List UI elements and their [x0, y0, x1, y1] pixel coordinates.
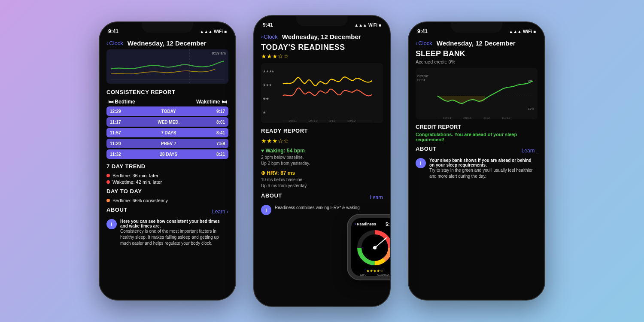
table-header-waketime: Waketime 🛏: [196, 99, 227, 105]
chart-date-1: 19/11: [289, 119, 297, 123]
trend-item-1: Waketime: 42 min. later: [106, 179, 228, 185]
trend-dot-1: [106, 180, 110, 184]
info-icon-2: i: [261, 205, 271, 215]
watch-stat-waking: WAKING 54 ▼2: [377, 274, 389, 276]
consistency-table-1: 🛏 Bedtime Waketime 🛏 12:29 TODAY 9:17 11…: [106, 99, 228, 159]
day-to-day-item-0: Bedtime: 66% consistency: [106, 198, 228, 203]
sleep-bank-chart: CREDIT DEBT 0% 12% 19/11 26: [416, 68, 538, 119]
battery-icon-1: ■: [224, 29, 227, 34]
watch-stat-hrv: HRV 87 ▼10: [360, 274, 367, 276]
row-center-2: 7 DAYS: [121, 131, 216, 135]
about-learn-2[interactable]: Learn: [370, 194, 383, 200]
chart-date-4: 10/12: [347, 119, 355, 123]
day-to-day-text-0: Bedtime: 66% consistency: [112, 198, 168, 203]
watch-screen: ‹ Readiness 5:20: [351, 218, 391, 276]
notch-1: [142, 22, 193, 33]
heart-icon: ♥: [261, 148, 265, 154]
trend-item-0: Bedtime: 36 min. later: [106, 173, 228, 178]
table-row-4: 11:32 28 DAYS 8:21: [106, 149, 228, 159]
about-learn-1[interactable]: Learn ›: [212, 209, 228, 215]
credit-report-section: CREDIT REPORT Congratulations. You are a…: [416, 124, 538, 142]
nav-title-3: Wednesday, 12 December: [437, 39, 516, 47]
watch-gauge-svg: [355, 228, 391, 267]
chart-date-2: 26/11: [309, 119, 317, 123]
watch: ‹ Readiness 5:20: [347, 214, 391, 280]
status-icons-1: ▲▲▲ WiFi ■: [200, 29, 227, 34]
table-row-1: 11:17 WED MED. 8:01: [106, 117, 228, 127]
screen-content-1: 9:59 am CONSISTENCY REPORT 🛏 Bedtime Wak…: [100, 49, 235, 296]
back-button-3[interactable]: ‹ Clock: [416, 40, 432, 46]
info-icon-3: i: [416, 158, 426, 168]
svg-text:12%: 12%: [528, 107, 535, 111]
about-text-1: Here you can see how consistent your bed…: [120, 219, 228, 246]
about-body-1: Consistency is one of the most important…: [120, 228, 228, 246]
row-right-0: 9:17: [216, 109, 225, 114]
svg-text:★★: ★★: [263, 97, 269, 101]
table-row-3: 11:20 PREV 7 7:59: [106, 139, 228, 148]
watch-gauge: [355, 228, 391, 267]
row-left-4: 11:32: [110, 152, 121, 157]
ready-item-title-1: ⊕ HRV: 87 ms: [261, 170, 383, 176]
svg-text:DEBT: DEBT: [417, 78, 425, 82]
signal-icon-3: ▲▲▲: [509, 29, 522, 34]
chart-svg-1: [106, 49, 228, 84]
svg-line-8: [375, 238, 386, 248]
credit-report-title: CREDIT REPORT: [416, 124, 538, 130]
ready-item-sub-1: 10 ms below baseline. Up 6 ms from yeste…: [261, 177, 383, 189]
battery-icon-2: ■: [379, 23, 381, 27]
ready-item-title-0: ♥ Waking: 54 bpm: [261, 148, 383, 154]
day-to-day-title-1: DAY TO DAY: [106, 188, 228, 194]
status-time-3: 9:41: [417, 28, 428, 34]
readiness-chart-svg: ★★★★ ★★★ ★★ ★: [261, 63, 383, 123]
row-center-0: TODAY: [121, 109, 216, 114]
ready-item-sub-0: 2 bpm below baseline. Up 2 bpm from yest…: [261, 155, 383, 167]
watch-hrv-label: HRV: [360, 274, 367, 276]
readiness-title: TODAY'S READINESS: [261, 43, 383, 52]
ready-item-0: ♥ Waking: 54 bpm 2 bpm below baseline. U…: [261, 148, 383, 167]
about-body-3: Try to stay in the green and you'll usua…: [429, 167, 538, 179]
about-learn-3[interactable]: Learn .: [522, 148, 538, 154]
ready-item-1: ⊕ HRV: 87 ms 10 ms below baseline. Up 6 …: [261, 170, 383, 189]
watch-title: ‹ Readiness: [355, 222, 376, 226]
watch-time: 5:20: [386, 222, 391, 227]
back-label-1: Clock: [109, 40, 123, 46]
chart-area-1: 9:59 am: [106, 49, 228, 84]
watch-waking-label: WAKING: [377, 274, 389, 276]
chevron-left-icon-3: ‹: [416, 40, 417, 46]
trend-dot-0: [106, 174, 110, 177]
signal-icon-2: ▲▲▲: [354, 23, 367, 27]
about-section-2: ABOUT Learn i Readiness combines waking …: [261, 192, 383, 215]
phones-container: 9:41 ▲▲▲ WiFi ■ ‹ Clock Wednesday, 12 De…: [99, 15, 545, 307]
section-header-1: CONSISTENCY REPORT: [106, 89, 228, 95]
trend-text-1: Waketime: 42 min. later: [112, 179, 162, 185]
about-title-2: ABOUT: [261, 192, 282, 199]
notch-2: [296, 16, 348, 26]
svg-text:★: ★: [263, 110, 266, 115]
info-icon-1: i: [106, 219, 117, 229]
chart-time-label-1: 9:59 am: [212, 51, 226, 55]
nav-title-1: Wednesday, 12 December: [128, 39, 207, 47]
back-button-1[interactable]: ‹ Clock: [106, 40, 123, 46]
about-header-3: ABOUT Learn .: [416, 146, 538, 155]
phone-1-screen: 9:41 ▲▲▲ WiFi ■ ‹ Clock Wednesday, 12 De…: [100, 22, 235, 300]
phone-3-screen: 9:41 ▲▲▲ WiFi ■ ‹ Clock Wednesday, 12 De…: [409, 22, 544, 300]
ready-report-stars: ★★★☆☆: [261, 137, 383, 144]
sleep-bank-subtitle: Accrued credit: 0%: [416, 59, 538, 64]
back-button-2[interactable]: ‹ Clock: [261, 33, 278, 40]
row-center-1: WED MED.: [121, 120, 216, 125]
status-icons-3: ▲▲▲ WiFi ■: [509, 29, 536, 34]
row-right-4: 8:21: [216, 152, 225, 157]
credit-good-text: Congratulations. You are ahead of your s…: [416, 132, 538, 142]
table-header-1: 🛏 Bedtime Waketime 🛏: [106, 99, 228, 105]
watch-container: ‹ Readiness 5:20: [347, 214, 391, 280]
sleep-chart-svg: CREDIT DEBT 0% 12%: [416, 68, 538, 119]
sc-date-2: 26/11: [463, 116, 472, 119]
svg-text:★★★★: ★★★★: [263, 69, 274, 73]
day-to-day-section-1: DAY TO DAY Bedtime: 66% consistency: [106, 188, 228, 203]
chevron-left-icon-2: ‹: [261, 33, 263, 40]
nav-bar-1: ‹ Clock Wednesday, 12 December: [100, 38, 235, 49]
svg-point-9: [373, 246, 377, 249]
sc-date-4: 10/12: [501, 116, 510, 119]
phone-3: 9:41 ▲▲▲ WiFi ■ ‹ Clock Wednesday, 12 De…: [408, 21, 545, 301]
row-left-0: 12:29: [110, 109, 121, 114]
